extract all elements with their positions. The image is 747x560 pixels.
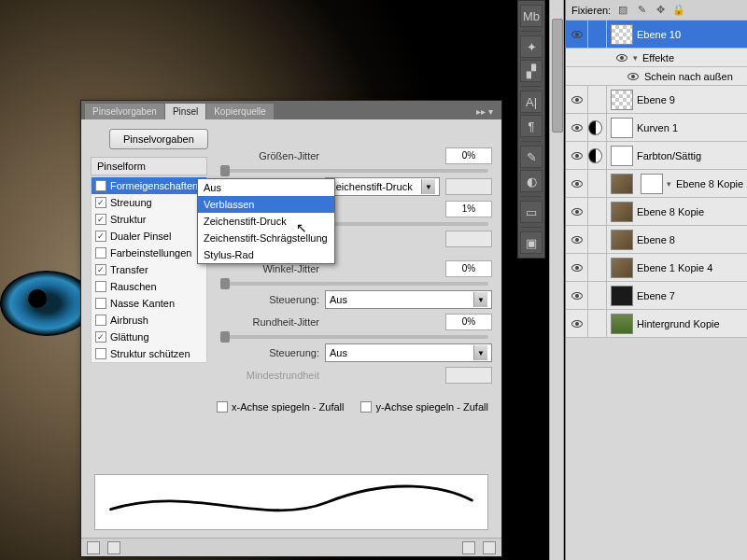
navigator-icon[interactable]: ✦ — [520, 35, 543, 58]
checkbox-icon[interactable] — [95, 298, 106, 309]
roundness-jitter-value[interactable]: 0% — [445, 314, 492, 330]
layer-thumbnail[interactable] — [611, 230, 633, 250]
layer-thumbnail[interactable] — [611, 202, 633, 222]
checkbox-icon[interactable] — [95, 247, 106, 259]
checkbox-icon[interactable] — [95, 264, 106, 275]
brush-tip-shape-header[interactable]: Pinselform — [91, 157, 207, 175]
lock-position-icon[interactable]: ✥ — [654, 4, 667, 17]
control3-dropdown[interactable]: Aus▼ — [325, 343, 492, 362]
mb-icon[interactable]: Mb — [520, 5, 543, 27]
layer-hintergrund-kopie[interactable]: Hintergrund Kopie — [566, 310, 747, 338]
control2-dropdown[interactable]: Aus▼ — [325, 290, 492, 309]
option-streuung[interactable]: Streuung — [92, 194, 206, 211]
option-formeigenschaften[interactable]: Formeigenschaften — [92, 177, 206, 194]
layer-mask-thumbnail[interactable] — [641, 174, 663, 194]
min-diameter-value[interactable]: 1% — [445, 201, 492, 217]
option-dualer-pinsel[interactable]: Dualer Pinsel — [92, 228, 206, 245]
checkbox-icon[interactable] — [95, 315, 106, 326]
lock-all-icon[interactable]: 🔒 — [672, 4, 685, 17]
collapse-arrow-icon[interactable]: ▾ — [633, 53, 642, 63]
dropdown-item-zeichenstift-schraegstellung[interactable]: Zeichenstift-Schrägstellung — [198, 230, 334, 246]
angle-jitter-slider[interactable] — [220, 282, 488, 286]
layer-ebene-1-kopie-4[interactable]: Ebene 1 Kopie 4 — [566, 254, 747, 282]
layer-effects-group[interactable]: ▾ Effekte — [566, 49, 747, 67]
layer-ebene-8[interactable]: Ebene 8 — [566, 226, 747, 254]
layer-thumbnail[interactable] — [611, 314, 633, 334]
layer-visibility-toggle[interactable] — [566, 142, 588, 169]
roundness-jitter-slider[interactable] — [220, 335, 488, 339]
layer-visibility-toggle[interactable] — [566, 21, 588, 48]
checkbox-icon[interactable] — [95, 214, 106, 225]
fx-indicator-icon[interactable]: ▾ — [667, 179, 676, 189]
checkbox-icon[interactable] — [95, 231, 106, 242]
option-struktur-schuetzen[interactable]: Struktur schützen — [92, 345, 206, 362]
size-jitter-slider[interactable] — [220, 169, 488, 173]
flip-y-checkbox[interactable]: y-Achse spiegeln - Zufall — [360, 401, 487, 413]
layer-thumbnail[interactable] — [611, 90, 633, 110]
checkbox-icon[interactable] — [95, 180, 106, 191]
layer-visibility-toggle[interactable] — [566, 86, 588, 113]
option-glaettung[interactable]: Glättung — [92, 329, 206, 345]
checkbox-icon[interactable] — [95, 281, 106, 292]
layer-visibility-toggle[interactable] — [566, 226, 588, 253]
size-jitter-value[interactable]: 0% — [445, 147, 492, 164]
control-dropdown-list[interactable]: Aus Verblassen Zeichenstift-Druck Zeiche… — [197, 178, 335, 264]
brush-icon[interactable]: ✎ — [520, 146, 543, 168]
toggle-overlay-icon[interactable] — [107, 541, 120, 554]
dropdown-item-verblassen[interactable]: Verblassen — [198, 196, 334, 213]
camera-icon[interactable]: ▣ — [520, 231, 543, 254]
layer-thumbnail[interactable] — [611, 24, 633, 45]
layer-mask-thumbnail[interactable] — [611, 146, 633, 166]
option-struktur[interactable]: Struktur — [92, 211, 206, 228]
eye-icon — [571, 292, 583, 300]
layer-ebene-10[interactable]: Ebene 10 — [566, 21, 747, 49]
paragraph-icon[interactable]: ¶ — [520, 115, 543, 137]
layer-visibility-toggle[interactable] — [566, 170, 588, 197]
dropdown-item-aus[interactable]: Aus — [198, 179, 334, 196]
option-nasse-kanten[interactable]: Nasse Kanten — [92, 295, 206, 312]
layer-thumbnail[interactable] — [611, 258, 633, 278]
panel-collapse-icon[interactable]: ▸▸ ▾ — [469, 104, 500, 119]
checkbox-icon[interactable] — [95, 197, 106, 208]
histogram-icon[interactable]: ▞ — [520, 60, 543, 82]
trash-icon[interactable] — [483, 541, 496, 554]
layer-visibility-toggle[interactable] — [566, 198, 588, 225]
layer-ebene-8-kopie-2[interactable]: ▾ Ebene 8 Kopie 2 — [566, 170, 747, 198]
layer-visibility-toggle[interactable] — [566, 282, 588, 309]
layer-mask-thumbnail[interactable] — [611, 118, 633, 138]
layer-visibility-toggle[interactable] — [566, 254, 588, 281]
angle-jitter-value[interactable]: 0% — [445, 260, 492, 277]
dropdown-item-stylus-rad[interactable]: Stylus-Rad — [198, 246, 334, 263]
layer-thumbnail[interactable] — [611, 174, 633, 194]
checkbox-icon[interactable] — [95, 331, 106, 343]
layer-outer-glow[interactable]: Schein nach außen — [566, 67, 747, 86]
tab-presets[interactable]: Pinselvorgaben — [85, 104, 164, 119]
vertical-scrollbar[interactable] — [549, 0, 564, 560]
layer-thumbnail[interactable] — [611, 286, 633, 306]
character-icon[interactable]: A| — [520, 91, 543, 113]
new-brush-icon[interactable] — [462, 541, 475, 554]
dropdown-item-zeichenstift-druck[interactable]: Zeichenstift-Druck — [198, 213, 334, 230]
checkbox-icon[interactable] — [95, 348, 106, 359]
layer-ebene-7[interactable]: Ebene 7 — [566, 282, 747, 310]
option-farbeinstellungen[interactable]: Farbeinstellungen — [92, 245, 206, 261]
option-rauschen[interactable]: Rauschen — [92, 278, 206, 295]
option-airbrush[interactable]: Airbrush — [92, 312, 206, 329]
lock-transparent-icon[interactable]: ▨ — [616, 4, 629, 17]
layer-visibility-toggle[interactable] — [566, 114, 588, 141]
option-transfer[interactable]: Transfer — [92, 261, 206, 278]
brush-presets-button[interactable]: Pinselvorgaben — [109, 129, 208, 149]
toggle-preview-icon[interactable] — [87, 541, 100, 554]
transform-icon[interactable]: ▭ — [520, 201, 543, 223]
layer-kurven-1[interactable]: Kurven 1 — [566, 114, 747, 142]
tab-clone[interactable]: Kopierquelle — [206, 104, 274, 119]
lock-pixels-icon[interactable]: ✎ — [635, 4, 648, 17]
flip-x-checkbox[interactable]: x-Achse spiegeln - Zufall — [217, 401, 344, 413]
history-icon[interactable]: ◐ — [520, 170, 543, 192]
layer-visibility-toggle[interactable] — [566, 310, 588, 337]
control-dropdown[interactable]: Zeichenstift-Druck▼ — [325, 177, 440, 196]
layer-ebene-8-kopie[interactable]: Ebene 8 Kopie — [566, 198, 747, 226]
layer-farbton[interactable]: Farbton/Sättig — [566, 142, 747, 170]
tab-brush[interactable]: Pinsel — [165, 104, 205, 119]
layer-ebene-9[interactable]: Ebene 9 — [566, 86, 747, 114]
